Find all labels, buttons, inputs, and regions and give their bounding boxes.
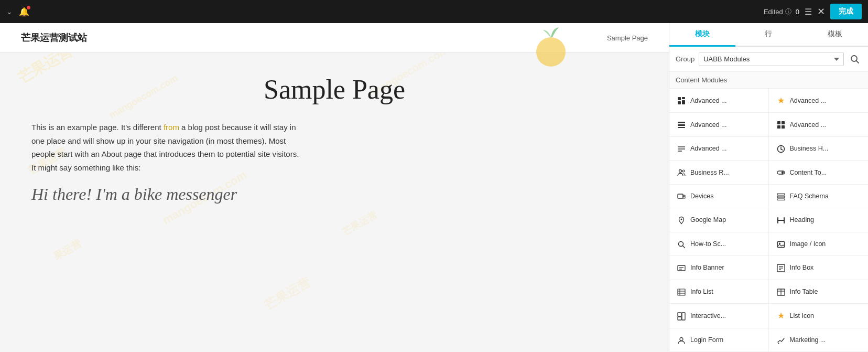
module-business-r[interactable]: Business R...: [669, 161, 769, 184]
svg-point-24: [781, 172, 783, 174]
module-how-to[interactable]: How-to Sc...: [669, 232, 769, 256]
module-info-box[interactable]: Info Box: [769, 256, 869, 280]
notification-bell-icon[interactable]: 🔔: [19, 7, 29, 17]
info-list-icon: [677, 287, 686, 296]
info-banner-icon: [677, 263, 686, 272]
faq-icon: [776, 191, 786, 201]
highlight-from: from: [164, 123, 179, 132]
site-title: 芒果运营测试站: [21, 33, 87, 43]
svg-rect-46: [678, 289, 685, 295]
panel-tabs: 模块 行 模板: [669, 23, 868, 47]
page-indicator: Sample Page: [607, 34, 648, 42]
module-login-form[interactable]: Login Form: [669, 328, 769, 352]
topbar: ⌄ 🔔 Edited ⓘ 0 ☰ ✕ 完成: [0, 0, 868, 23]
dropdown-chevron-icon[interactable]: ⌄: [6, 7, 13, 16]
module-heading[interactable]: Heading: [769, 208, 869, 232]
module-name-content-to: Content To...: [790, 169, 827, 176]
module-advanced-3[interactable]: Advanced ...: [669, 113, 769, 136]
module-advanced-star[interactable]: ★ Advanced ...: [769, 89, 869, 113]
svg-point-31: [681, 219, 682, 220]
tab-template[interactable]: 模板: [802, 23, 868, 47]
close-icon[interactable]: ✕: [817, 6, 825, 17]
table-rows-icon: [677, 120, 686, 130]
image-icon: [776, 239, 786, 249]
module-business-h[interactable]: Business H...: [769, 137, 869, 161]
complete-button[interactable]: 完成: [830, 4, 862, 19]
people-icon: [677, 168, 686, 177]
svg-rect-12: [782, 121, 785, 124]
svg-marker-57: [778, 342, 779, 344]
main-layout: 芒果运营 mangoecom.com 芒果运营 mangoecom.com 果运…: [0, 23, 868, 352]
svg-rect-5: [682, 97, 685, 99]
module-name-advanced-1: Advanced ...: [690, 97, 727, 104]
topbar-right: Edited ⓘ 0 ☰ ✕ 完成: [764, 4, 862, 19]
info-box-icon: [776, 263, 786, 272]
right-panel: 模块 行 模板 Group UABB Modules All Modules C…: [669, 23, 868, 352]
module-info-banner[interactable]: Info Banner: [669, 256, 769, 280]
module-name-list-icon: List Icon: [790, 312, 815, 319]
magnify-icon: [677, 239, 686, 249]
module-name-devices: Devices: [690, 193, 713, 200]
search-button[interactable]: [848, 52, 862, 66]
svg-rect-11: [777, 121, 780, 124]
list-icon[interactable]: ☰: [805, 7, 812, 17]
module-name-image-icon: Image / Icon: [790, 240, 826, 248]
module-interactive[interactable]: Interactive...: [669, 304, 769, 328]
pin-icon: [677, 215, 686, 225]
module-content-to[interactable]: Content To...: [769, 161, 869, 184]
tab-row[interactable]: 行: [735, 23, 801, 47]
module-name-info-banner: Info Banner: [690, 264, 724, 271]
svg-line-36: [683, 246, 685, 248]
group-select[interactable]: UABB Modules All Modules: [699, 52, 844, 66]
grid-icon: [677, 96, 686, 105]
notification-dot: [27, 6, 30, 9]
watermark-5: 果运营: [51, 237, 83, 263]
watermark-6: 芒果运营: [261, 274, 313, 314]
module-name-info-box: Info Box: [790, 264, 814, 271]
module-name-how-to: How-to Sc...: [690, 240, 726, 248]
module-name-faq-schema: FAQ Schema: [790, 193, 829, 200]
module-marketing[interactable]: Marketing ...: [769, 328, 869, 352]
page-main-title: Sample Page: [31, 74, 637, 105]
svg-rect-30: [777, 199, 785, 200]
svg-point-1: [539, 38, 562, 63]
question-icon[interactable]: ⓘ: [785, 7, 791, 16]
svg-rect-25: [678, 194, 683, 198]
svg-point-38: [779, 242, 780, 244]
module-name-google-map: Google Map: [690, 216, 726, 223]
module-list-icon[interactable]: ★ List Icon: [769, 304, 869, 328]
module-advanced-5[interactable]: Advanced ...: [669, 137, 769, 161]
clock-icon: [776, 144, 786, 153]
module-name-login-form: Login Form: [690, 336, 723, 344]
svg-rect-39: [678, 265, 685, 271]
svg-line-3: [856, 61, 859, 63]
module-image-icon[interactable]: Image / Icon: [769, 232, 869, 256]
module-advanced-1[interactable]: Advanced ...: [669, 89, 769, 113]
module-advanced-4[interactable]: Advanced ...: [769, 113, 869, 136]
canvas-area: 芒果运营 mangoecom.com 芒果运营 mangoecom.com 果运…: [0, 23, 669, 352]
group-label: Group: [676, 55, 695, 63]
page-italic-title: Hi there! I'm a bike messenger: [31, 185, 637, 204]
module-name-info-table: Info Table: [790, 288, 818, 295]
module-info-table[interactable]: Info Table: [769, 280, 869, 304]
module-name-marketing: Marketing ...: [790, 336, 826, 344]
module-devices[interactable]: Devices: [669, 185, 769, 208]
edited-label: Edited ⓘ 0: [764, 7, 799, 16]
page-body-text: This is an example page. It's different …: [31, 121, 304, 174]
marketing-icon: [776, 335, 786, 345]
tab-modules[interactable]: 模块: [669, 23, 735, 47]
svg-rect-9: [678, 124, 685, 126]
module-faq-schema[interactable]: FAQ Schema: [769, 185, 869, 208]
module-name-advanced-star: Advanced ...: [790, 97, 827, 104]
edited-text: Edited: [764, 8, 783, 16]
module-name-advanced-4: Advanced ...: [790, 121, 827, 129]
topbar-left: ⌄ 🔔: [6, 7, 29, 17]
mango-logo: [533, 26, 569, 68]
svg-line-20: [781, 149, 783, 150]
svg-rect-55: [682, 313, 685, 320]
interactive-icon: [677, 311, 686, 321]
module-google-map[interactable]: Google Map: [669, 208, 769, 232]
module-info-list[interactable]: Info List: [669, 280, 769, 304]
module-name-advanced-3: Advanced ...: [690, 121, 727, 129]
lines-icon: [677, 144, 686, 153]
